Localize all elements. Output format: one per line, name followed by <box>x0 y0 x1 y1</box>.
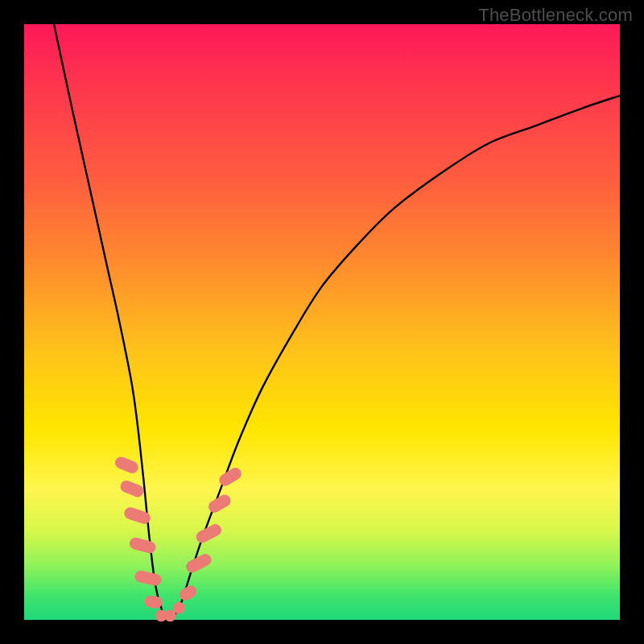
plot-area <box>24 24 620 620</box>
watermark-text: TheBottleneck.com <box>478 5 633 26</box>
marker-point <box>184 552 213 575</box>
marker-point <box>206 493 233 515</box>
marker-point <box>217 465 244 488</box>
markers-group <box>114 455 244 621</box>
marker-point <box>128 536 157 555</box>
chart-frame: TheBottleneck.com <box>0 0 644 644</box>
marker-point <box>118 479 145 499</box>
marker-point <box>194 522 223 545</box>
marker-point <box>114 455 140 475</box>
marker-point <box>134 570 163 587</box>
marker-point <box>173 602 185 614</box>
marker-point <box>122 506 151 525</box>
curve-path <box>54 24 620 620</box>
marker-point <box>177 584 199 603</box>
chart-svg <box>24 24 620 620</box>
